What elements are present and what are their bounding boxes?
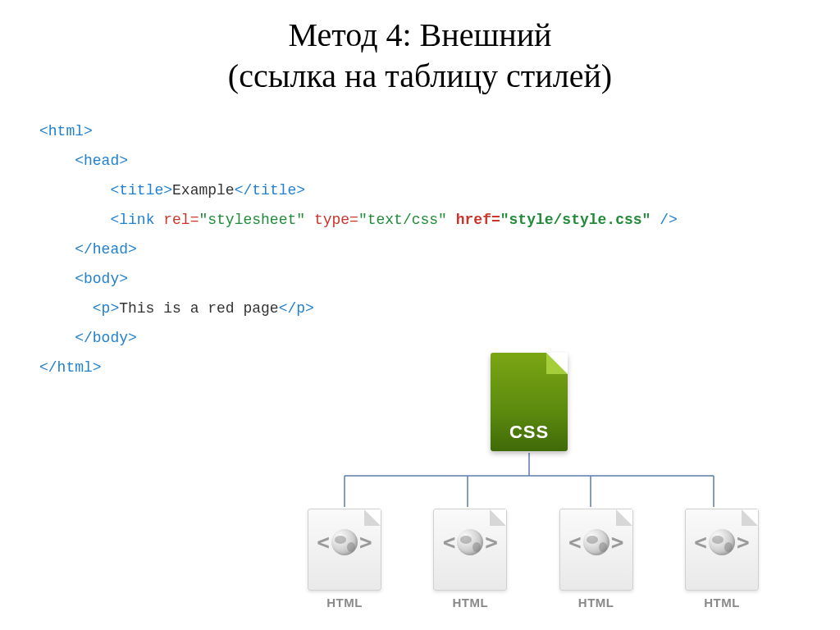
- globe-icon: [709, 529, 735, 555]
- angle-right-icon: >: [359, 530, 372, 555]
- html-file-icon: < > HTML: [673, 509, 771, 615]
- angle-right-icon: >: [485, 530, 498, 555]
- globe-icon: [583, 529, 609, 555]
- html-file-label: HTML: [421, 596, 519, 609]
- angle-right-icon: >: [611, 530, 624, 555]
- angle-left-icon: <: [443, 530, 456, 555]
- angle-left-icon: <: [317, 530, 330, 555]
- title-line-2: (ссылка на таблицу стилей): [228, 57, 612, 94]
- css-html-diagram: CSS < > HTML < >: [287, 353, 779, 615]
- title-line-1: Метод 4: Внешний: [289, 16, 552, 53]
- html-file-label: HTML: [295, 596, 394, 609]
- angle-left-icon: <: [694, 530, 707, 555]
- html-file-label: HTML: [547, 596, 646, 609]
- globe-icon: [331, 529, 358, 555]
- html-file-icon: < > HTML: [547, 509, 646, 615]
- angle-right-icon: >: [737, 530, 750, 555]
- css-file-icon: CSS: [484, 353, 574, 468]
- css-file-label: CSS: [491, 422, 568, 443]
- html-file-label: HTML: [673, 596, 771, 609]
- angle-left-icon: <: [568, 530, 582, 555]
- html-file-icon: < > HTML: [295, 509, 394, 615]
- html-files-row: < > HTML < > HTML <: [287, 509, 779, 615]
- slide-title: Метод 4: Внешний (ссылка на таблицу стил…: [0, 0, 840, 97]
- code-example: <html> <head> <title>Example</title> <li…: [0, 97, 840, 382]
- globe-icon: [457, 529, 483, 555]
- html-file-icon: < > HTML: [421, 509, 519, 615]
